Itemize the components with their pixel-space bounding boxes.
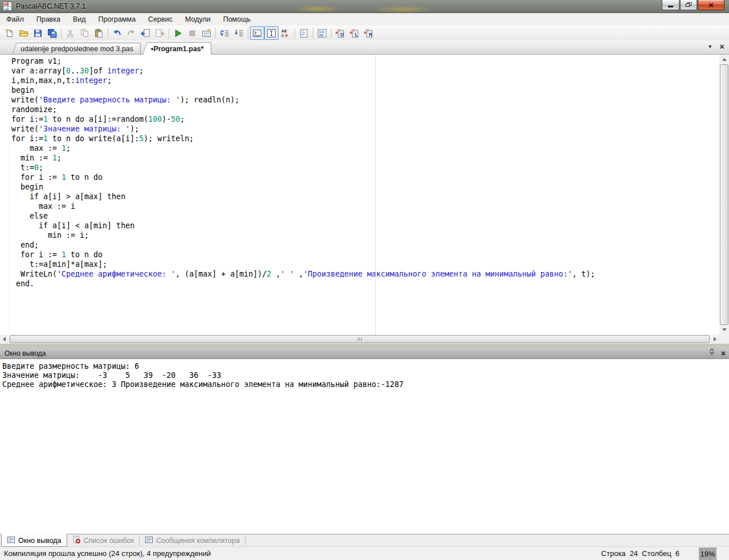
code-line-4[interactable]: begin	[11, 85, 719, 95]
scroll-down-icon[interactable]	[722, 328, 727, 331]
tab-list-dropdown-icon[interactable]: ▼	[707, 43, 712, 50]
template-d-button[interactable]: FFD	[333, 26, 347, 40]
menu-item-service[interactable]: Сервис	[142, 13, 179, 26]
code-line-23[interactable]: WriteLn('Среднее арифметическое: ', (a[m…	[11, 269, 719, 279]
horizontal-scroll-thumb[interactable]	[10, 335, 710, 343]
svg-text:CO: CO	[319, 30, 324, 33]
code-line-15[interactable]: if a[i] > a[max] then	[11, 192, 719, 201]
scroll-right-icon[interactable]	[714, 337, 716, 341]
code-line-10[interactable]: max := 1;	[11, 143, 719, 153]
show-console-button[interactable]	[250, 26, 264, 40]
undo-icon	[112, 28, 122, 38]
step-over-button[interactable]	[218, 26, 232, 40]
vertical-scroll-thumb[interactable]	[720, 64, 728, 325]
code-line-3[interactable]: i,min,max,n,t:integer;	[11, 76, 719, 85]
code-line-17[interactable]: else	[11, 211, 719, 221]
code-line-18[interactable]: if a[i] < a[min] then	[11, 221, 719, 230]
step-over-icon	[220, 28, 230, 38]
new-file-button[interactable]	[2, 26, 17, 40]
output-window-icon	[7, 536, 15, 546]
app-logo-icon: ABnet	[3, 2, 12, 11]
code-line-7[interactable]: for i:=1 to n do a[i]:=random(100)-50;	[11, 114, 719, 124]
editor-horizontal-scrollbar[interactable]	[0, 335, 719, 344]
template-l-icon: FFL	[350, 28, 359, 38]
menu-item-view[interactable]: Вид	[67, 13, 92, 26]
toolbar: ABC+CODEFFDFFLFFR	[0, 26, 729, 41]
tab-label: udalenije predposlednee mod 3.pas	[21, 45, 133, 53]
nav-back-button[interactable]	[138, 26, 153, 40]
toolbar-separator	[331, 28, 331, 38]
code-line-12[interactable]: t:=0;	[11, 163, 719, 172]
code-area[interactable]: Program v1;var a:array[0..30]of integer;…	[0, 55, 719, 335]
output-content[interactable]: Введите размерность матрицы: 6Значение м…	[0, 359, 729, 537]
format-code-button[interactable]	[297, 26, 311, 40]
code-line-13[interactable]: for i := 1 to n do	[11, 172, 719, 182]
code-line-22[interactable]: t:=a[min]*a[max];	[11, 260, 719, 269]
template-r-button[interactable]: FFR	[362, 26, 376, 40]
save-all-button[interactable]	[45, 26, 59, 40]
compile-button[interactable]	[199, 26, 214, 40]
code-line-14[interactable]: begin	[11, 182, 719, 192]
line-label: Строка	[601, 547, 626, 560]
code-line-8[interactable]: write('Значение матрицы: ');	[11, 124, 719, 134]
menu-item-edit[interactable]: Правка	[30, 13, 67, 26]
menu-item-program[interactable]: Программа	[92, 13, 142, 26]
menu-item-modules[interactable]: Модули	[179, 13, 217, 26]
tab-label: •Program1.pas*	[151, 45, 204, 53]
redo-button	[124, 26, 138, 40]
bottom-tab-output-window[interactable]: Окно вывода	[1, 534, 67, 547]
code-line-24[interactable]: end.	[11, 279, 719, 289]
code-line-20[interactable]: end;	[11, 240, 719, 250]
scroll-left-icon[interactable]	[3, 337, 6, 341]
code-line-16[interactable]: max := i	[11, 201, 719, 211]
bottom-tab-label: Сообщения компилятора	[156, 537, 240, 545]
code-line-9[interactable]: for i:=1 to n do write(a[i]:5); writeln;	[11, 134, 719, 143]
pin-icon[interactable]	[708, 348, 715, 359]
editor-vertical-scrollbar[interactable]	[719, 55, 729, 335]
code-template-icon: CODE	[317, 28, 327, 38]
code-line-11[interactable]: min := 1;	[11, 153, 719, 163]
output-line-3: Среднее арифметическое: 3 Произведение м…	[2, 380, 729, 389]
cut-icon	[65, 28, 75, 38]
code-editor[interactable]: Program v1;var a:array[0..30]of integer;…	[0, 55, 729, 344]
toolbar-separator	[248, 28, 248, 38]
code-line-1[interactable]: Program v1;	[11, 56, 719, 66]
code-line-21[interactable]: for i := 1 to n do	[11, 250, 719, 260]
undo-button[interactable]	[110, 26, 124, 40]
svg-text:net: net	[5, 7, 9, 11]
close-button[interactable]: ×	[698, 0, 724, 10]
bottom-tab-compiler-messages[interactable]: Сообщения компилятора	[140, 536, 245, 545]
close-icon: ×	[708, 1, 714, 9]
tab-program1[interactable]: •Program1.pas*	[149, 42, 211, 55]
toolbar-group	[218, 26, 246, 40]
menu-item-help[interactable]: Помощь	[217, 13, 257, 26]
code-line-19[interactable]: min := i;	[11, 230, 719, 240]
titlebar[interactable]: ABnet PascalABC.NET 3.7.1 ×	[0, 0, 729, 13]
menu-item-file[interactable]: Файл	[0, 13, 30, 26]
run-button[interactable]	[171, 26, 185, 40]
template-l-button[interactable]: FFL	[347, 26, 362, 40]
save-button[interactable]	[31, 26, 45, 40]
minimize-button[interactable]	[662, 0, 679, 10]
toolbar-separator	[61, 28, 62, 38]
tab-udalenije[interactable]: udalenije predposlednee mod 3.pas	[18, 43, 141, 54]
scroll-up-icon[interactable]	[722, 58, 727, 61]
code-line-6[interactable]: randomize;	[11, 105, 719, 114]
show-ibeam-button[interactable]	[264, 26, 279, 40]
redo-icon	[126, 28, 136, 38]
paste-button[interactable]	[92, 26, 106, 40]
step-into-button[interactable]	[232, 26, 246, 40]
output-panel-title: Окно вывода	[5, 349, 46, 357]
restore-button[interactable]	[680, 0, 697, 10]
zoom-level-badge[interactable]: 19%	[699, 547, 716, 560]
code-template-button[interactable]: CODE	[315, 26, 329, 40]
output-line-2: Значение матрицы: -3 5 39 -20 36 -33	[2, 371, 729, 380]
output-close-icon[interactable]: ×	[721, 348, 726, 359]
code-line-5[interactable]: write('Введите размерность матрицы: '); …	[11, 95, 719, 105]
bottom-tab-error-list[interactable]: Список ошибок	[67, 536, 140, 545]
close-document-icon[interactable]: ×	[719, 43, 724, 50]
output-splitter[interactable]	[0, 344, 729, 348]
code-line-2[interactable]: var a:array[0..30]of integer;	[11, 66, 719, 76]
intellisense-button[interactable]: ABC+	[279, 26, 293, 40]
open-file-button[interactable]	[17, 26, 31, 40]
